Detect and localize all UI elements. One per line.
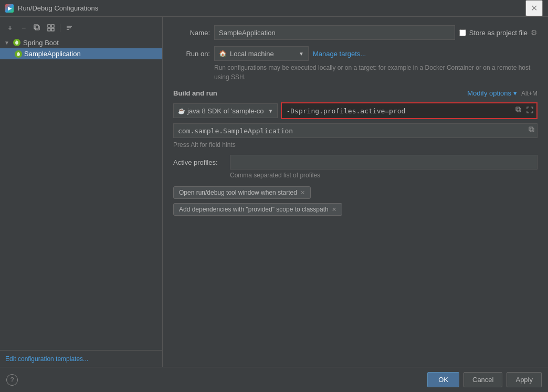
- main-class-row: [173, 123, 538, 138]
- run-on-row: Run on: 🏠 Local machine ▼ Manage targets…: [173, 46, 538, 61]
- chevron-down-icon: ▾: [513, 89, 517, 97]
- copy-vm-options-button[interactable]: [514, 105, 523, 116]
- close-button[interactable]: ✕: [525, 0, 543, 16]
- modify-options-link[interactable]: Modify options ▾: [467, 89, 517, 97]
- active-profiles-label: Active profiles:: [173, 158, 226, 166]
- svg-rect-12: [529, 127, 533, 131]
- name-row: Name: Store as project file ⚙: [173, 25, 538, 40]
- right-panel: Name: Store as project file ⚙ Run on: 🏠 …: [163, 17, 548, 367]
- spring-boot-label: Spring Boot: [23, 39, 59, 47]
- expand-vm-options-button[interactable]: [525, 105, 534, 116]
- spring-boot-group-icon: [13, 38, 21, 47]
- title-bar-left: ▶ Run/Debug Configurations: [5, 4, 98, 13]
- gear-icon[interactable]: ⚙: [531, 28, 538, 37]
- copy-main-class-button[interactable]: [529, 126, 535, 135]
- spring-icon: [13, 39, 20, 46]
- sdk-dropdown-arrow: ▼: [268, 108, 273, 114]
- chip-open-window-close[interactable]: ✕: [300, 190, 305, 196]
- chip-add-dependencies-close[interactable]: ✕: [332, 207, 336, 213]
- title-bar: ▶ Run/Debug Configurations ✕: [0, 0, 548, 17]
- run-on-dropdown[interactable]: 🏠 Local machine ▼: [214, 46, 309, 61]
- svg-rect-2: [48, 25, 50, 27]
- toolbar-divider: [60, 24, 60, 32]
- svg-rect-0: [35, 26, 39, 30]
- name-input[interactable]: [214, 25, 455, 40]
- svg-rect-11: [530, 128, 534, 132]
- run-on-label: Run on:: [173, 50, 210, 58]
- sidebar-footer: Edit configuration templates...: [0, 350, 162, 367]
- svg-rect-1: [34, 25, 38, 29]
- svg-rect-10: [516, 107, 520, 111]
- sample-application-item[interactable]: SampleApplication: [0, 48, 162, 59]
- sort-config-button[interactable]: [64, 22, 75, 34]
- active-profiles-input[interactable]: [230, 155, 538, 169]
- svg-rect-4: [48, 28, 50, 31]
- vm-options-wrapper: [281, 102, 538, 119]
- edit-templates-link[interactable]: Edit configuration templates...: [5, 355, 88, 363]
- sidebar: + −: [0, 17, 163, 367]
- java-icon: ☕: [178, 108, 185, 114]
- cancel-button[interactable]: Cancel: [463, 372, 502, 387]
- copy-config-button[interactable]: [31, 22, 43, 34]
- modify-shortcut-label: Alt+M: [521, 90, 538, 97]
- chip-add-dependencies: Add dependencies with "provided" scope t…: [173, 203, 342, 216]
- vm-options-input[interactable]: [282, 103, 536, 118]
- sample-app-icon: [15, 50, 22, 58]
- sample-application-label: SampleApplication: [24, 50, 81, 58]
- manage-targets-link[interactable]: Manage targets...: [313, 50, 366, 58]
- svg-rect-5: [51, 28, 54, 31]
- store-checkbox[interactable]: [459, 29, 466, 36]
- expand-arrow: ▼: [4, 40, 10, 46]
- vm-options-icons: [514, 105, 534, 116]
- active-profiles-row: Active profiles:: [173, 155, 538, 169]
- build-run-header: Build and run Modify options ▾ Alt+M: [173, 89, 538, 97]
- store-checkbox-row: Store as project file ⚙: [459, 28, 538, 37]
- config-tree: ▼ Spring Boot SampleApplication: [0, 36, 162, 60]
- build-run-title: Build and run: [173, 89, 217, 97]
- bottom-bar: ? OK Cancel Apply: [0, 367, 548, 392]
- store-label: Store as project file: [469, 29, 528, 37]
- main-container: + −: [0, 17, 548, 367]
- chip-add-dependencies-label: Add dependencies with "provided" scope t…: [179, 206, 329, 213]
- sidebar-toolbar: + −: [0, 20, 162, 36]
- sdk-vm-row: ☕ java 8 SDK of 'sample-co ▼: [173, 102, 538, 119]
- app-icon: ▶: [5, 4, 14, 13]
- sdk-label: java 8 SDK of 'sample-co: [187, 107, 264, 115]
- sdk-dropdown[interactable]: ☕ java 8 SDK of 'sample-co ▼: [173, 103, 278, 118]
- help-button[interactable]: ?: [6, 374, 18, 386]
- house-icon: 🏠: [219, 50, 227, 57]
- bottom-buttons: OK Cancel Apply: [427, 372, 542, 387]
- apply-button[interactable]: Apply: [507, 372, 542, 387]
- modify-options-group: Modify options ▾ Alt+M: [467, 89, 538, 97]
- chip-open-window-label: Open run/debug tool window when started: [179, 189, 297, 196]
- comma-hint: Comma separated list of profiles: [230, 172, 538, 179]
- main-class-wrapper: [173, 123, 538, 138]
- svg-rect-3: [51, 25, 54, 27]
- dropdown-arrow-icon: ▼: [299, 51, 304, 57]
- modify-options-text: Modify options: [467, 89, 511, 97]
- ok-button[interactable]: OK: [427, 372, 459, 387]
- dialog-title: Run/Debug Configurations: [18, 4, 98, 12]
- remove-config-button[interactable]: −: [18, 22, 29, 34]
- run-on-description: Run configurations may be executed local…: [214, 63, 538, 82]
- add-config-button[interactable]: +: [4, 22, 16, 34]
- hint-text: Press Alt for field hints: [173, 141, 538, 149]
- spring-boot-group[interactable]: ▼ Spring Boot: [0, 37, 162, 48]
- svg-rect-9: [517, 108, 521, 112]
- chip-open-window: Open run/debug tool window when started …: [173, 186, 311, 199]
- move-config-button[interactable]: [45, 22, 57, 34]
- main-class-input[interactable]: [173, 123, 538, 138]
- chips-container: Open run/debug tool window when started …: [173, 186, 538, 220]
- local-machine-text: Local machine: [230, 50, 274, 58]
- name-label: Name:: [173, 29, 210, 37]
